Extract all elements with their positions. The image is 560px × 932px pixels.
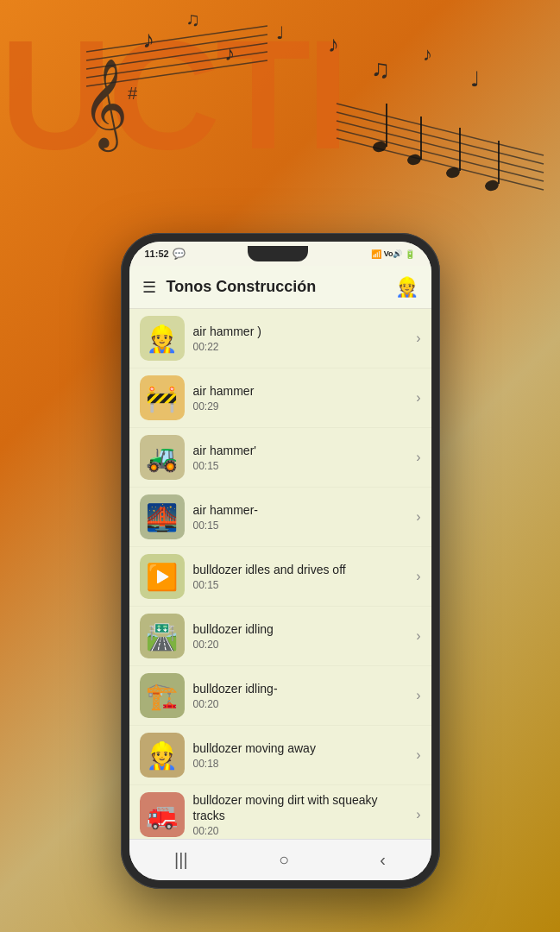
status-right: 📶 Vo🔊 🔋: [371, 249, 416, 259]
item-icon-5: ▶️: [140, 554, 185, 599]
worker-emoji: 👷: [395, 276, 418, 299]
item-text-6: bulldozer idling 00:20: [193, 621, 408, 651]
item-title-5: bulldozer idles and drives off: [193, 562, 408, 577]
list-item[interactable]: 👷 air hammer ) 00:22 ›: [129, 309, 431, 368]
item-duration-8: 00:18: [193, 758, 408, 770]
emoji-1: 👷: [146, 324, 178, 354]
wifi-icon: 📶: [371, 249, 381, 259]
svg-text:♪: ♪: [142, 26, 154, 53]
item-title-6: bulldozer idling: [193, 621, 408, 637]
list-item[interactable]: 🌉 air hammer- 00:15 ›: [129, 488, 431, 547]
item-icon-3: 🚜: [140, 435, 185, 480]
svg-text:♪: ♪: [224, 41, 235, 65]
item-duration-7: 00:20: [193, 698, 408, 710]
item-icon-2: 🚧: [140, 375, 185, 420]
item-title-3: air hammer': [193, 443, 408, 458]
list-item[interactable]: 🚒 bulldozer moving dirt with squeaky tra…: [129, 785, 431, 839]
list-item[interactable]: ▶️ bulldozer idles and drives off 00:15 …: [129, 547, 431, 607]
item-duration-4: 00:15: [193, 520, 408, 532]
item-text-4: air hammer- 00:15: [193, 502, 408, 532]
svg-text:♫: ♫: [371, 54, 391, 83]
chevron-icon-4: ›: [416, 509, 420, 525]
item-text-8: bulldozer moving away 00:18: [193, 740, 408, 770]
home-nav-button[interactable]: ○: [261, 843, 306, 877]
svg-text:♪: ♪: [423, 43, 432, 65]
svg-text:♩: ♩: [470, 67, 480, 91]
svg-line-3: [337, 129, 544, 181]
chevron-icon-8: ›: [416, 747, 420, 763]
notch-area: [243, 246, 312, 261]
svg-text:#: #: [128, 84, 138, 103]
phone-screen: 11:52 💬 📶 Vo🔊 🔋 ☰ Tonos Construcción 👷: [129, 242, 431, 880]
list-item[interactable]: 🛣️ bulldozer idling 00:20 ›: [129, 607, 431, 666]
emoji-7: 🏗️: [146, 681, 178, 711]
item-icon-9: 🚒: [140, 792, 185, 837]
emoji-5: ▶️: [146, 562, 178, 592]
svg-line-0: [337, 104, 544, 155]
item-duration-2: 00:29: [193, 400, 408, 412]
item-title-9: bulldozer moving dirt with squeaky track…: [193, 792, 408, 823]
chevron-icon-9: ›: [416, 807, 420, 822]
signal-icon: Vo🔊: [384, 249, 403, 258]
item-title-7: bulldozer idling-: [193, 681, 408, 696]
item-title-4: air hammer-: [193, 502, 408, 518]
svg-text:♪: ♪: [328, 31, 339, 57]
nav-bar: ||| ○ ‹: [129, 839, 431, 880]
emoji-8: 👷: [146, 740, 178, 771]
status-time: 11:52: [145, 249, 169, 259]
chevron-icon-7: ›: [416, 688, 420, 703]
item-duration-6: 00:20: [193, 639, 408, 651]
item-text-2: air hammer 00:29: [193, 383, 408, 412]
item-text-7: bulldozer idling- 00:20: [193, 681, 408, 710]
phone-outer: 11:52 💬 📶 Vo🔊 🔋 ☰ Tonos Construcción 👷: [121, 233, 440, 889]
chevron-icon-1: ›: [416, 331, 420, 346]
item-text-3: air hammer' 00:15: [193, 443, 408, 472]
list-item[interactable]: 👷 bulldozer moving away 00:18 ›: [129, 726, 431, 785]
emoji-6: 🛣️: [146, 621, 178, 652]
chevron-icon-3: ›: [416, 450, 420, 465]
sound-list[interactable]: 👷 air hammer ) 00:22 › 🚧 air hammer 00:2…: [129, 309, 431, 839]
whatsapp-icon: 💬: [173, 248, 186, 260]
item-duration-9: 00:20: [193, 825, 408, 837]
svg-line-2: [337, 121, 544, 173]
emoji-4: 🌉: [146, 502, 178, 532]
svg-text:𝄞: 𝄞: [82, 60, 128, 153]
svg-line-4: [337, 138, 544, 190]
svg-point-22: [445, 166, 462, 179]
svg-text:♩: ♩: [276, 23, 284, 42]
item-text-1: air hammer ) 00:22: [193, 324, 408, 353]
menu-icon[interactable]: ☰: [142, 278, 156, 297]
item-title-8: bulldozer moving away: [193, 740, 408, 756]
battery-icon: 🔋: [405, 249, 415, 259]
item-text-5: bulldozer idles and drives off 00:15: [193, 562, 408, 591]
list-item[interactable]: 🏗️ bulldozer idling- 00:20 ›: [129, 666, 431, 726]
item-duration-1: 00:22: [193, 341, 408, 353]
item-duration-3: 00:15: [193, 460, 408, 472]
svg-point-23: [484, 179, 500, 192]
item-duration-5: 00:15: [193, 579, 408, 591]
back-nav-button[interactable]: |||: [157, 843, 205, 877]
emoji-9: 🚒: [146, 800, 178, 830]
item-title-1: air hammer ): [193, 324, 408, 339]
list-item[interactable]: 🚜 air hammer' 00:15 ›: [129, 428, 431, 488]
chevron-icon-5: ›: [416, 569, 420, 584]
item-title-2: air hammer: [193, 383, 408, 399]
chevron-icon-2: ›: [416, 390, 420, 406]
chevron-icon-6: ›: [416, 628, 420, 644]
status-bar: 11:52 💬 📶 Vo🔊 🔋: [129, 242, 431, 266]
svg-line-1: [337, 112, 544, 164]
status-left: 11:52 💬: [145, 248, 186, 260]
item-text-9: bulldozer moving dirt with squeaky track…: [193, 792, 408, 837]
svg-text:♫: ♫: [186, 9, 200, 30]
phone-device: 11:52 💬 📶 Vo🔊 🔋 ☰ Tonos Construcción 👷: [121, 233, 440, 889]
item-icon-4: 🌉: [140, 494, 185, 539]
emoji-2: 🚧: [146, 383, 178, 413]
app-title: Tonos Construcción: [167, 278, 385, 296]
emoji-3: 🚜: [146, 443, 178, 473]
item-icon-1: 👷: [140, 316, 185, 361]
list-item[interactable]: 🚧 air hammer 00:29 ›: [129, 368, 431, 428]
svg-point-21: [406, 153, 423, 167]
item-icon-8: 👷: [140, 733, 185, 778]
recent-nav-button[interactable]: ‹: [362, 843, 403, 877]
item-icon-6: 🛣️: [140, 614, 185, 658]
